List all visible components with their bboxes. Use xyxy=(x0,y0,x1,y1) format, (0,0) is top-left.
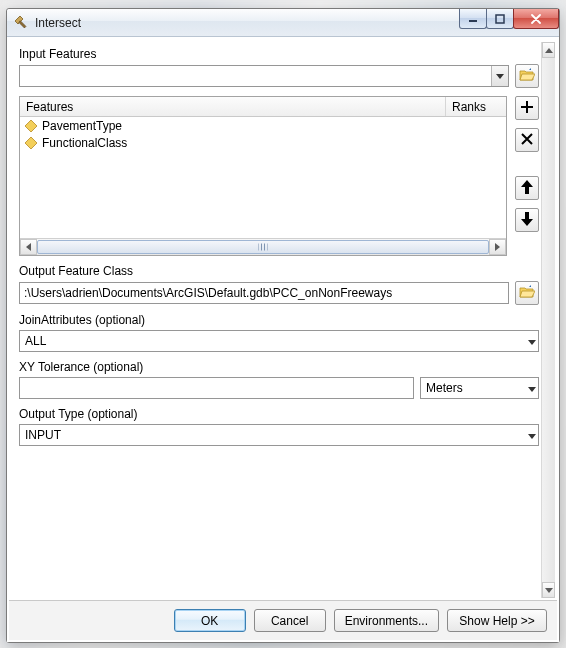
input-features-label: Input Features xyxy=(19,47,539,61)
xy-tol-label: XY Tolerance (optional) xyxy=(19,360,539,374)
move-up-button[interactable] xyxy=(515,176,539,200)
svg-marker-21 xyxy=(528,434,536,439)
svg-marker-6 xyxy=(496,74,504,79)
table-row[interactable]: FunctionalClass xyxy=(20,134,506,151)
col-features[interactable]: Features xyxy=(20,97,446,116)
window-title: Intersect xyxy=(35,16,460,30)
svg-marker-20 xyxy=(528,387,536,392)
x-icon xyxy=(520,132,534,149)
features-table: Features Ranks PavementTypeFunctionalCla… xyxy=(19,96,507,256)
move-down-button[interactable] xyxy=(515,208,539,232)
environments-button[interactable]: Environments... xyxy=(334,609,439,632)
dialog-window: Intersect xyxy=(6,8,560,643)
footer: OK Cancel Environments... Show Help >> xyxy=(9,600,557,640)
table-row[interactable]: PavementType xyxy=(20,117,506,134)
input-features-combo[interactable] xyxy=(19,65,509,87)
svg-marker-5 xyxy=(545,588,553,593)
cancel-button[interactable]: Cancel xyxy=(254,609,326,632)
remove-feature-button[interactable] xyxy=(515,128,539,152)
ok-button[interactable]: OK xyxy=(174,609,246,632)
vertical-scrollbar[interactable] xyxy=(541,42,555,598)
svg-rect-14 xyxy=(521,106,533,108)
svg-marker-11 xyxy=(26,243,31,251)
folder-open-icon xyxy=(519,285,535,302)
join-attrs-label: JoinAttributes (optional) xyxy=(19,313,539,327)
arrow-up-icon xyxy=(521,180,533,197)
chevron-down-icon[interactable] xyxy=(528,428,536,442)
svg-marker-10 xyxy=(25,137,37,149)
scroll-down-icon[interactable] xyxy=(542,582,555,598)
feature-class-icon xyxy=(24,136,38,150)
horizontal-scrollbar[interactable] xyxy=(20,238,506,255)
xy-tol-unit-value: Meters xyxy=(426,381,463,395)
feature-name: PavementType xyxy=(42,119,442,133)
svg-marker-15 xyxy=(521,180,533,194)
output-type-value: INPUT xyxy=(25,428,61,442)
output-type-label: Output Type (optional) xyxy=(19,407,539,421)
xy-tol-input[interactable] xyxy=(19,377,414,399)
browse-output-button[interactable] xyxy=(515,281,539,305)
chevron-down-icon[interactable] xyxy=(528,381,536,395)
xy-tol-unit-dropdown[interactable]: Meters xyxy=(420,377,539,399)
scroll-left-icon[interactable] xyxy=(20,239,37,255)
svg-marker-8 xyxy=(520,74,535,80)
join-attrs-value: ALL xyxy=(25,334,46,348)
output-fc-input[interactable] xyxy=(19,282,509,304)
scroll-right-icon[interactable] xyxy=(489,239,506,255)
plus-icon xyxy=(520,100,534,117)
feature-name: FunctionalClass xyxy=(42,136,442,150)
join-attrs-dropdown[interactable]: ALL xyxy=(19,330,539,352)
close-button[interactable] xyxy=(513,9,559,29)
show-help-button[interactable]: Show Help >> xyxy=(447,609,547,632)
feature-class-icon xyxy=(24,119,38,133)
svg-rect-1 xyxy=(19,20,26,27)
svg-rect-3 xyxy=(496,15,504,23)
arrow-down-icon xyxy=(521,212,533,229)
svg-marker-12 xyxy=(495,243,500,251)
svg-marker-18 xyxy=(520,291,535,297)
maximize-button[interactable] xyxy=(486,9,514,29)
window-controls xyxy=(460,9,559,36)
chevron-down-icon[interactable] xyxy=(528,334,536,348)
folder-open-icon xyxy=(519,68,535,85)
svg-marker-16 xyxy=(521,212,533,226)
col-ranks[interactable]: Ranks xyxy=(446,97,506,116)
svg-marker-4 xyxy=(545,48,553,53)
titlebar: Intersect xyxy=(7,9,559,37)
hammer-icon xyxy=(13,15,29,31)
browse-input-button[interactable] xyxy=(515,64,539,88)
chevron-down-icon[interactable] xyxy=(491,66,508,86)
output-type-dropdown[interactable]: INPUT xyxy=(19,424,539,446)
client-area: Input Features xyxy=(7,37,559,642)
add-feature-button[interactable] xyxy=(515,96,539,120)
output-fc-label: Output Feature Class xyxy=(19,264,539,278)
features-header: Features Ranks xyxy=(20,97,506,117)
minimize-button[interactable] xyxy=(459,9,487,29)
svg-rect-2 xyxy=(469,20,477,22)
svg-marker-19 xyxy=(528,340,536,345)
svg-marker-9 xyxy=(25,120,37,132)
scroll-up-icon[interactable] xyxy=(542,42,555,58)
